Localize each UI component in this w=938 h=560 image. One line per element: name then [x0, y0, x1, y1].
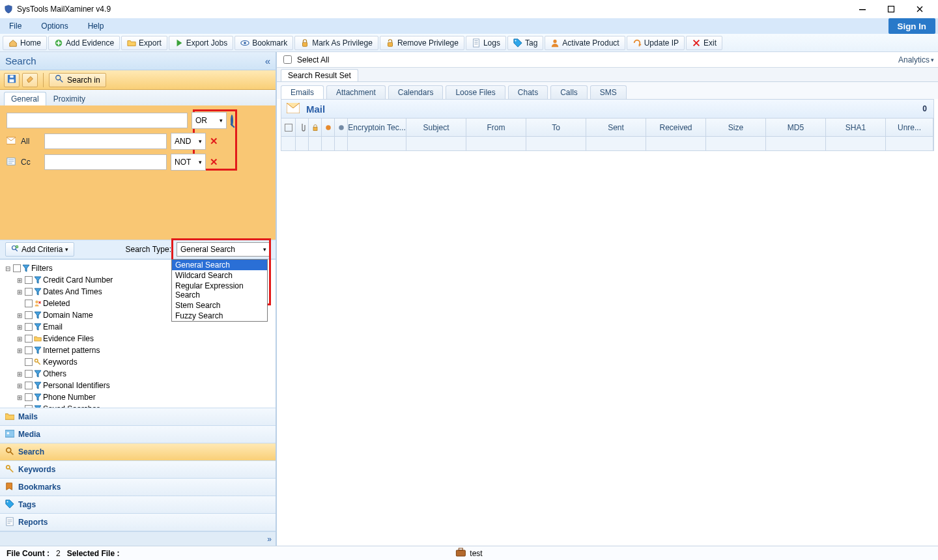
col-md5[interactable]: MD5	[766, 119, 826, 136]
logs-button[interactable]: Logs	[466, 36, 506, 50]
sidebar-expand-button[interactable]: »	[267, 535, 272, 544]
tag-button[interactable]: Tag	[507, 36, 543, 50]
search-type-select[interactable]: General Search▾	[177, 242, 270, 257]
filter-item[interactable]: ⊞Internet patterns	[16, 344, 272, 356]
add-evidence-button[interactable]: Add Evidence	[48, 36, 120, 50]
add-criteria-button[interactable]: Add Criteria▾	[5, 242, 74, 257]
sign-in-button[interactable]: Sign In	[888, 18, 935, 34]
nav-mails[interactable]: Mails	[0, 408, 276, 426]
window-maximize-button[interactable]	[877, 0, 905, 18]
col-flag-icon[interactable]	[335, 119, 348, 136]
nav-bookmarks[interactable]: Bookmarks	[0, 479, 276, 496]
export-button[interactable]: Export	[121, 36, 167, 50]
col-sent[interactable]: Sent	[586, 119, 646, 136]
filter-item[interactable]: ⊞Email	[16, 321, 272, 333]
checkbox[interactable]	[25, 276, 33, 284]
expand-icon[interactable]: ⊞	[16, 312, 23, 319]
select-all-checkbox[interactable]: Select All	[281, 53, 329, 66]
search-type-option[interactable]: Wildcard Search	[172, 270, 267, 281]
checkbox[interactable]	[25, 335, 33, 343]
nav-keywords[interactable]: Keywords	[0, 461, 276, 479]
save-search-button[interactable]	[4, 73, 20, 87]
filter-item[interactable]: ⊞Others	[16, 368, 272, 380]
nav-tags[interactable]: Tags	[0, 496, 276, 514]
col-from[interactable]: From	[466, 119, 526, 136]
expand-icon[interactable]: ⊞	[16, 394, 23, 401]
search-in-button[interactable]: Search in	[49, 73, 106, 87]
nav-media[interactable]: Media	[0, 426, 276, 443]
checkbox[interactable]	[25, 393, 33, 401]
col-encryption[interactable]: Encryptoin Tec...	[348, 119, 406, 136]
tab-general[interactable]: General	[4, 92, 46, 105]
tab-loose-files[interactable]: Loose Files	[446, 85, 505, 99]
remove-all-criteria-button[interactable]: ✕	[210, 135, 218, 147]
remove-cc-criteria-button[interactable]: ✕	[210, 156, 218, 168]
filter-item[interactable]: Saved Searches	[16, 403, 272, 408]
checkbox[interactable]	[25, 370, 33, 378]
all-field-input[interactable]	[44, 133, 167, 149]
menu-help[interactable]: Help	[84, 20, 108, 32]
checkbox[interactable]	[25, 288, 33, 296]
filter-item[interactable]: ⊞Personal Identifiers	[16, 380, 272, 391]
tab-attachment[interactable]: Attachment	[326, 85, 386, 99]
search-type-option[interactable]: Fuzzy Search	[172, 311, 267, 321]
collapse-panel-button[interactable]: «	[265, 55, 270, 66]
menu-options[interactable]: Options	[37, 20, 72, 32]
tab-calls[interactable]: Calls	[550, 85, 588, 99]
operator-select-not[interactable]: NOT▾	[171, 154, 206, 171]
tab-search-result-set[interactable]: Search Result Set	[281, 69, 358, 81]
menu-file[interactable]: File	[5, 20, 25, 32]
checkbox[interactable]	[25, 323, 33, 331]
search-type-option[interactable]: General Search	[172, 260, 267, 270]
update-ip-button[interactable]: Update IP	[627, 36, 685, 50]
col-star-icon[interactable]	[322, 119, 335, 136]
window-minimize-button[interactable]	[848, 0, 877, 18]
col-size[interactable]: Size	[706, 119, 766, 136]
remove-privilege-button[interactable]: Remove Privilege	[380, 36, 464, 50]
col-received[interactable]: Received	[646, 119, 706, 136]
col-attachment-icon[interactable]	[296, 119, 309, 136]
col-subject[interactable]: Subject	[406, 119, 466, 136]
search-type-option[interactable]: Stem Search	[172, 300, 267, 311]
expand-icon[interactable]: ⊞	[16, 277, 23, 284]
bookmark-button[interactable]: Bookmark	[234, 36, 293, 50]
expand-icon[interactable]: ⊞	[16, 371, 23, 378]
search-type-option[interactable]: Regular Expression Search	[172, 281, 267, 300]
checkbox[interactable]	[25, 382, 33, 389]
search-run-button[interactable]	[231, 116, 233, 125]
expand-icon[interactable]: ⊞	[16, 288, 23, 296]
col-to[interactable]: To	[526, 119, 586, 136]
tab-proximity[interactable]: Proximity	[46, 92, 92, 105]
activate-product-button[interactable]: Activate Product	[545, 36, 625, 50]
tab-emails[interactable]: Emails	[281, 85, 324, 99]
checkbox[interactable]	[25, 358, 33, 366]
clear-search-button[interactable]	[22, 73, 38, 87]
expand-icon[interactable]: ⊟	[4, 265, 12, 272]
expand-icon[interactable]: ⊞	[16, 324, 23, 331]
checkbox[interactable]	[13, 264, 21, 272]
operator-select-or[interactable]: OR▾	[192, 112, 227, 129]
tab-calendars[interactable]: Calendars	[388, 85, 444, 99]
tab-sms[interactable]: SMS	[590, 85, 627, 99]
export-jobs-button[interactable]: Export Jobs	[169, 36, 233, 50]
exit-button[interactable]: Exit	[686, 36, 722, 50]
keyword-input[interactable]	[7, 113, 188, 128]
col-sha1[interactable]: SHA1	[826, 119, 886, 136]
expand-icon[interactable]: ⊞	[16, 347, 23, 354]
col-unread[interactable]: Unre...	[886, 119, 933, 136]
checkbox[interactable]	[25, 346, 33, 354]
home-button[interactable]: Home	[3, 36, 47, 50]
col-lock-icon[interactable]	[309, 119, 322, 136]
mark-privilege-button[interactable]: Mark As Privilege	[294, 36, 378, 50]
cc-field-input[interactable]	[44, 154, 167, 170]
expand-icon[interactable]: ⊞	[16, 335, 23, 343]
filter-item[interactable]: ⊞Evidence Files	[16, 333, 272, 344]
operator-select-and[interactable]: AND▾	[171, 133, 206, 150]
expand-icon[interactable]: ⊞	[16, 382, 23, 389]
checkbox[interactable]	[25, 311, 33, 319]
grid-select-all-checkbox[interactable]	[285, 124, 292, 132]
checkbox[interactable]	[25, 300, 33, 307]
nav-reports[interactable]: Reports	[0, 514, 276, 531]
tab-chats[interactable]: Chats	[508, 85, 548, 99]
filter-item[interactable]: ⊞Phone Number	[16, 391, 272, 403]
